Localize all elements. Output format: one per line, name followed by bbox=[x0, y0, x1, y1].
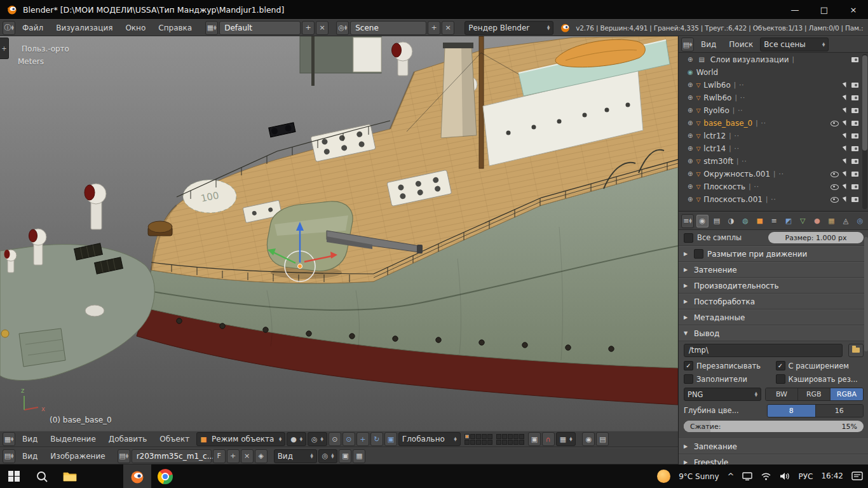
eye-icon[interactable] bbox=[831, 172, 839, 177]
camera-icon[interactable] bbox=[851, 83, 858, 88]
image-unlink-button[interactable]: × bbox=[241, 449, 254, 463]
expand-icon[interactable]: ⊕ bbox=[688, 146, 693, 152]
menu-object[interactable]: Объект bbox=[154, 435, 195, 444]
weather-label[interactable]: 9°C Sunny bbox=[679, 472, 719, 481]
panel-post-processing[interactable]: ▶ Постобработка bbox=[679, 294, 868, 309]
menu-search[interactable]: Поиск bbox=[723, 40, 759, 49]
menu-select[interactable]: Выделение bbox=[44, 435, 101, 444]
scale-manipulator-button[interactable]: ▣ bbox=[384, 432, 397, 446]
outliner-item[interactable]: ◉ World bbox=[679, 66, 868, 79]
outliner-item[interactable]: ⊕ ▽ stm30ft | ·· bbox=[679, 155, 868, 168]
depth-8-button[interactable]: 8 bbox=[768, 405, 816, 417]
expand-icon[interactable]: ⊕ bbox=[688, 158, 693, 165]
cursor-icon[interactable] bbox=[843, 107, 848, 114]
expand-icon[interactable]: ⊕ bbox=[688, 120, 693, 126]
screen-layout-browse-button[interactable]: ▦▲▼ bbox=[205, 21, 218, 35]
file-format-dropdown[interactable]: PNG▲▼ bbox=[684, 388, 761, 401]
image-pin-button[interactable]: ◈ bbox=[255, 449, 268, 463]
weather-sun-icon[interactable] bbox=[657, 470, 670, 483]
expand-icon[interactable]: ⊕ bbox=[688, 57, 693, 63]
snap-element-dropdown[interactable]: ▦▲▼ bbox=[556, 432, 576, 446]
menu-add[interactable]: Добавить bbox=[103, 435, 153, 444]
color-mode-bw[interactable]: BW bbox=[766, 388, 798, 400]
blender-taskbar-button[interactable] bbox=[123, 464, 151, 488]
editor-type-button[interactable]: ⓘ▲▼ bbox=[3, 21, 15, 35]
file-browse-button[interactable] bbox=[848, 344, 864, 357]
menu-render[interactable]: Визуализация bbox=[50, 24, 118, 32]
outliner-item-selected[interactable]: ⊕ ▽ base_base_0 | ·· bbox=[679, 117, 868, 130]
tab-object[interactable]: ■ bbox=[754, 215, 766, 227]
eye-icon[interactable] bbox=[831, 197, 839, 203]
scene-delete-button[interactable]: × bbox=[442, 21, 454, 35]
menu-view[interactable]: Вид bbox=[695, 40, 722, 49]
tab-scene[interactable]: ◑ bbox=[725, 215, 737, 227]
tab-render[interactable]: ◉ bbox=[696, 215, 709, 227]
cursor-icon[interactable] bbox=[843, 196, 848, 203]
camera-icon[interactable] bbox=[851, 172, 858, 177]
cursor-icon[interactable] bbox=[843, 82, 848, 88]
translate-manipulator-button[interactable]: + bbox=[356, 432, 369, 446]
screen-layout-add-button[interactable]: + bbox=[302, 21, 315, 35]
panel-motion-blur[interactable]: ▶ Размытие при движении bbox=[679, 246, 868, 262]
cursor-icon[interactable] bbox=[843, 184, 848, 190]
keyboard-language-label[interactable]: РУС bbox=[798, 472, 813, 481]
tab-particles[interactable]: ◬ bbox=[840, 215, 852, 227]
overwrite-checkbox[interactable]: ✓ bbox=[684, 361, 693, 370]
camera-icon[interactable] bbox=[851, 57, 858, 62]
mode-dropdown[interactable]: ■ Режим объекта ▲▼ bbox=[196, 432, 285, 446]
tray-expand-icon[interactable]: ^ bbox=[728, 471, 735, 481]
menu-window[interactable]: Окно bbox=[119, 24, 151, 32]
opengl-render-anim-button[interactable]: ▤ bbox=[596, 432, 609, 446]
uv-pivot-dropdown[interactable]: ◎▲▼ bbox=[318, 449, 338, 463]
compression-slider[interactable]: Сжатие: 15% bbox=[684, 421, 864, 432]
tab-constraints[interactable]: ≡ bbox=[768, 215, 780, 227]
panel-bake[interactable]: ▶ Запекание bbox=[679, 438, 868, 454]
expand-icon[interactable]: ⊕ bbox=[688, 82, 693, 88]
panel-performance[interactable]: ▶ Производительность bbox=[679, 278, 868, 294]
scene-field[interactable]: Scene bbox=[350, 21, 426, 35]
panel-output[interactable]: ▼ Вывод bbox=[679, 325, 868, 341]
notification-center-icon[interactable] bbox=[851, 471, 863, 481]
motion-blur-checkbox[interactable] bbox=[694, 249, 703, 259]
lock-to-scene-toggle[interactable]: ▣ bbox=[528, 432, 541, 446]
pivot-dropdown[interactable]: ◎▲▼ bbox=[308, 432, 327, 446]
outliner-item[interactable]: ⊕ ▽ lctr14 | ·· bbox=[679, 142, 868, 155]
tab-physics[interactable]: ◎ bbox=[854, 215, 866, 227]
manipulator-toggle[interactable]: ⊙ bbox=[342, 432, 355, 446]
file-extension-checkbox[interactable]: ✓ bbox=[776, 361, 785, 370]
panel-metadata[interactable]: ▶ Метаданные bbox=[679, 309, 868, 325]
panel-shading[interactable]: ▶ Затенение bbox=[679, 262, 868, 278]
start-button[interactable] bbox=[0, 464, 28, 488]
expand-icon[interactable]: ⊕ bbox=[688, 171, 693, 177]
minimize-button[interactable]: — bbox=[780, 0, 810, 19]
eye-icon[interactable] bbox=[831, 121, 839, 126]
outliner-item[interactable]: ⊕ ▽ Окружность.001 | ·· bbox=[679, 168, 868, 180]
cursor-icon[interactable] bbox=[843, 95, 848, 101]
menu-view[interactable]: Вид bbox=[17, 435, 43, 444]
expand-icon[interactable]: ⊕ bbox=[688, 95, 693, 101]
file-explorer-button[interactable] bbox=[56, 464, 84, 488]
editor-type-button[interactable]: ≡▲▼ bbox=[681, 214, 694, 228]
menu-help[interactable]: Справка bbox=[153, 24, 198, 32]
camera-icon[interactable] bbox=[851, 184, 858, 189]
color-mode-rgba[interactable]: RGBA bbox=[831, 388, 863, 400]
outliner-scrollbar-thumb[interactable] bbox=[862, 55, 867, 151]
speaker-icon[interactable] bbox=[780, 472, 790, 480]
draw-channels-toggle[interactable]: ▣ bbox=[339, 449, 351, 463]
camera-icon[interactable] bbox=[851, 121, 858, 126]
camera-icon[interactable] bbox=[851, 133, 858, 139]
cursor-icon[interactable] bbox=[843, 171, 848, 177]
layers-widget[interactable] bbox=[465, 434, 524, 445]
pivot-align-toggle[interactable]: ⊙ bbox=[329, 432, 341, 446]
scene-browse-button[interactable]: ◎▲▼ bbox=[336, 21, 349, 35]
maximize-button[interactable]: □ bbox=[810, 0, 839, 19]
camera-icon[interactable] bbox=[851, 108, 858, 113]
snap-magnet-toggle[interactable]: ∩ bbox=[542, 432, 555, 446]
orientation-dropdown[interactable]: Глобально▲▼ bbox=[398, 432, 461, 446]
outliner-item[interactable]: ⊕ ▽ lctr12 | ·· bbox=[679, 130, 868, 142]
rotate-manipulator-button[interactable]: ↻ bbox=[370, 432, 383, 446]
expand-icon[interactable]: ⊕ bbox=[688, 133, 693, 139]
menu-image[interactable]: Изображение bbox=[44, 452, 111, 461]
camera-icon[interactable] bbox=[851, 95, 858, 100]
camera-icon[interactable] bbox=[851, 197, 858, 202]
